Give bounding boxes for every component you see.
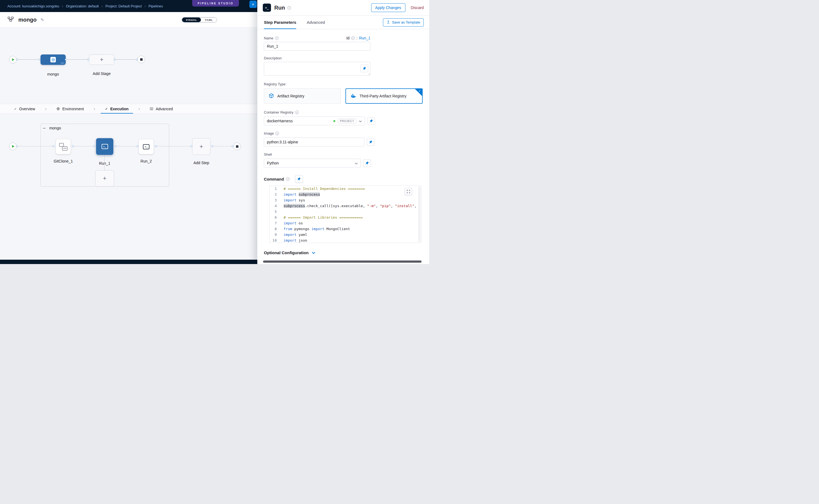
stage-type-icon [50, 57, 56, 62]
apply-changes-button[interactable]: Apply Changes [371, 3, 405, 12]
add-step-label: Add Step [187, 161, 216, 165]
info-icon[interactable]: i [286, 177, 289, 181]
code-text: import subprocess [277, 192, 320, 197]
line-number: 6 [270, 215, 277, 220]
discard-button[interactable]: Discard [411, 5, 424, 10]
chevron-right-icon: › [138, 106, 140, 111]
step-node-run-1[interactable]: >_ [96, 138, 113, 155]
pin-fixed-value-button[interactable] [295, 175, 303, 183]
pipeline-studio-badge: PIPELINE STUDIO [192, 0, 239, 7]
stage-graph-canvas: </> mongo + Add Stage [0, 28, 257, 104]
connector-port [114, 145, 116, 147]
connector-port [155, 145, 157, 147]
step-node-run-2[interactable]: >_ [138, 139, 154, 154]
tab-step-parameters[interactable]: Step Parameters [264, 16, 296, 29]
code-text: import yaml [277, 232, 307, 237]
pipeline-name-title: mongo [18, 17, 37, 23]
info-icon[interactable]: i [287, 6, 291, 10]
add-parallel-step-button[interactable]: + [95, 170, 114, 187]
add-step-button[interactable]: + [192, 138, 210, 155]
check-icon: ✓ [105, 107, 108, 111]
description-label-row: Description [264, 56, 423, 60]
tab-execution[interactable]: ✓ Execution [101, 104, 133, 114]
code-line: 1# ====== Install Dependencies ======== [270, 186, 421, 192]
stage-connector [17, 59, 40, 60]
container-registry-select[interactable]: dockerHarness PROJECT [264, 117, 365, 125]
stage-connector [114, 59, 137, 60]
save-as-template-button[interactable]: Save as Template [383, 18, 424, 27]
gitclone-icon: </> [59, 143, 67, 150]
info-icon[interactable]: i [295, 111, 299, 114]
stage-label: mongo [40, 72, 66, 76]
name-label-row: Name i [264, 36, 279, 40]
connector-port [53, 145, 54, 147]
optional-configuration-toggle[interactable]: Optional Configuration [264, 250, 423, 255]
image-input[interactable]: python:3.11-alpine [264, 138, 364, 146]
code-text [277, 209, 283, 215]
chevron-down-icon[interactable] [355, 161, 358, 165]
connector-port [39, 59, 40, 60]
scope-badge: PROJECT [338, 118, 356, 123]
yaml-toggle-button[interactable]: YAML [201, 18, 217, 22]
bottom-bar [0, 260, 257, 264]
collapse-minus-icon[interactable]: – [43, 126, 45, 131]
name-input[interactable]: Run_1 [264, 42, 370, 51]
panel-title: Run [274, 5, 285, 11]
tab-environment[interactable]: Environment [52, 104, 88, 114]
info-icon[interactable]: i [275, 132, 279, 135]
pipeline-end-node[interactable] [137, 56, 145, 63]
code-text: from pymongo import MongoClient [277, 226, 350, 232]
chevron-down-icon [312, 250, 315, 255]
command-code-editor[interactable]: 1# ====== Install Dependencies ========2… [269, 186, 422, 243]
execution-start-node[interactable] [9, 143, 17, 150]
image-label-row: Image i [264, 131, 423, 135]
command-code-lines: 1# ====== Install Dependencies ========2… [270, 186, 421, 243]
plus-icon: + [100, 56, 103, 63]
close-panel-button[interactable]: × [249, 1, 257, 8]
panel-body: Name i Id i : Run_1 Run_1 Description [257, 29, 429, 264]
terminal-icon: >_ [102, 144, 108, 149]
step-node-gitclone-1[interactable]: </> [56, 139, 71, 154]
name-label: Name [264, 36, 273, 40]
panel-horizontal-scrollbar-thumb[interactable] [263, 260, 422, 263]
tab-advanced-panel[interactable]: Advanced [306, 16, 325, 29]
pin-fixed-value-button[interactable] [363, 159, 371, 167]
chevron-down-icon[interactable] [359, 119, 362, 123]
breadcrumb-account[interactable]: Account: kurosakiichigo.songoku [7, 4, 59, 8]
tab-overview[interactable]: ✓ Overview [10, 104, 39, 114]
execution-end-node[interactable] [233, 143, 241, 150]
code-text: import os [277, 220, 303, 226]
connector-port [136, 59, 138, 60]
shell-select[interactable]: Python [264, 159, 361, 167]
registry-card-third-party[interactable]: Third-Party Artifact Registry ✓ [345, 88, 423, 104]
breadcrumb-project[interactable]: Project: Default Project [105, 4, 142, 8]
breadcrumb-pipelines[interactable]: Pipelines [148, 4, 163, 8]
check-icon: ✓ [14, 107, 17, 111]
registry-card-artifact[interactable]: Artifact Registry [264, 88, 341, 104]
step-connector [104, 155, 105, 170]
step-label: GitClone_1 [50, 159, 76, 163]
id-value: Run_1 [359, 36, 370, 40]
stage-node-mongo[interactable]: </> [40, 54, 66, 65]
code-text: import sys [277, 197, 305, 203]
tab-label: Advanced [156, 107, 173, 111]
step-label: Run_2 [133, 159, 159, 163]
description-textarea[interactable] [264, 62, 370, 76]
visual-toggle-button[interactable]: VISUAL [182, 18, 201, 22]
pin-fixed-value-button[interactable] [367, 117, 375, 125]
info-icon[interactable]: i [275, 36, 279, 40]
pin-fixed-value-button[interactable] [360, 65, 368, 72]
edit-pencil-icon[interactable]: ✎ [40, 17, 44, 22]
add-stage-button[interactable]: + [89, 54, 114, 65]
expand-editor-button[interactable] [405, 188, 412, 195]
editor-vertical-scrollbar[interactable] [418, 186, 421, 242]
selected-check-icon: ✓ [419, 89, 421, 93]
pipeline-start-node[interactable] [9, 56, 17, 63]
code-text: # ====== Import Libraries =========== [277, 215, 363, 220]
tab-advanced[interactable]: Advanced [145, 104, 177, 114]
pin-fixed-value-button[interactable] [367, 138, 374, 146]
upload-icon [386, 20, 390, 25]
info-icon[interactable]: i [351, 36, 355, 40]
line-number: 9 [270, 232, 277, 237]
breadcrumb-organization[interactable]: Organization: default [66, 4, 99, 8]
